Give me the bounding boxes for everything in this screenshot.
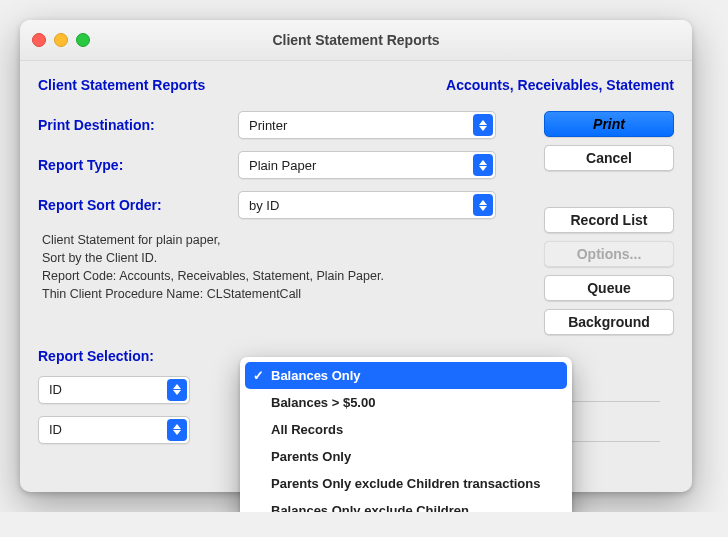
chevron-updown-icon (473, 194, 493, 216)
chevron-updown-icon (167, 379, 187, 401)
select-value: ID (49, 382, 62, 397)
svg-marker-0 (479, 120, 487, 125)
svg-marker-5 (479, 206, 487, 211)
select-value: Printer (249, 118, 287, 133)
header-row: Client Statement Reports Accounts, Recei… (38, 77, 674, 93)
svg-marker-7 (173, 390, 181, 395)
options-button: Options... (544, 241, 674, 267)
window: Client Statement Reports Client Statemen… (20, 20, 692, 492)
select-id-2[interactable]: ID (38, 416, 190, 444)
svg-marker-1 (479, 126, 487, 131)
spacer (544, 179, 674, 199)
svg-marker-8 (173, 424, 181, 429)
chevron-updown-icon (167, 419, 187, 441)
select-print-destination[interactable]: Printer (238, 111, 496, 139)
close-icon[interactable] (32, 33, 46, 47)
select-report-type[interactable]: Plain Paper (238, 151, 496, 179)
window-title: Client Statement Reports (272, 32, 439, 48)
maximize-icon[interactable] (76, 33, 90, 47)
header-right: Accounts, Receivables, Statement (446, 77, 674, 93)
svg-marker-3 (479, 166, 487, 171)
print-button[interactable]: Print (544, 111, 674, 137)
record-list-button[interactable]: Record List (544, 207, 674, 233)
dropdown-item[interactable]: All Records (245, 416, 567, 443)
select-sort-order[interactable]: by ID (238, 191, 496, 219)
svg-marker-2 (479, 160, 487, 165)
dropdown-item[interactable]: Parents Only (245, 443, 567, 470)
dropdown-item[interactable]: Balances > $5.00 (245, 389, 567, 416)
label-sort-order: Report Sort Order: (38, 197, 238, 213)
header-left: Client Statement Reports (38, 77, 205, 93)
background-button[interactable]: Background (544, 309, 674, 335)
chevron-updown-icon (473, 114, 493, 136)
dropdown-item[interactable]: Balances Only exclude Children (245, 497, 567, 512)
titlebar: Client Statement Reports (20, 20, 692, 61)
label-print-destination: Print Destination: (38, 117, 238, 133)
content-area: Client Statement Reports Accounts, Recei… (20, 61, 692, 492)
dropdown-item[interactable]: Balances Only (245, 362, 567, 389)
select-value: ID (49, 422, 62, 437)
label-report-type: Report Type: (38, 157, 238, 173)
traffic-lights (32, 33, 90, 47)
dropdown-report-selection[interactable]: Balances Only Balances > $5.00 All Recor… (240, 357, 572, 512)
svg-marker-9 (173, 430, 181, 435)
select-value: Plain Paper (249, 158, 316, 173)
select-id-1[interactable]: ID (38, 376, 190, 404)
chevron-updown-icon (473, 154, 493, 176)
select-value: by ID (249, 198, 279, 213)
svg-marker-4 (479, 200, 487, 205)
button-column: Print Cancel Record List Options... Queu… (544, 111, 674, 335)
minimize-icon[interactable] (54, 33, 68, 47)
cancel-button[interactable]: Cancel (544, 145, 674, 171)
svg-marker-6 (173, 384, 181, 389)
dropdown-item[interactable]: Parents Only exclude Children transactio… (245, 470, 567, 497)
queue-button[interactable]: Queue (544, 275, 674, 301)
